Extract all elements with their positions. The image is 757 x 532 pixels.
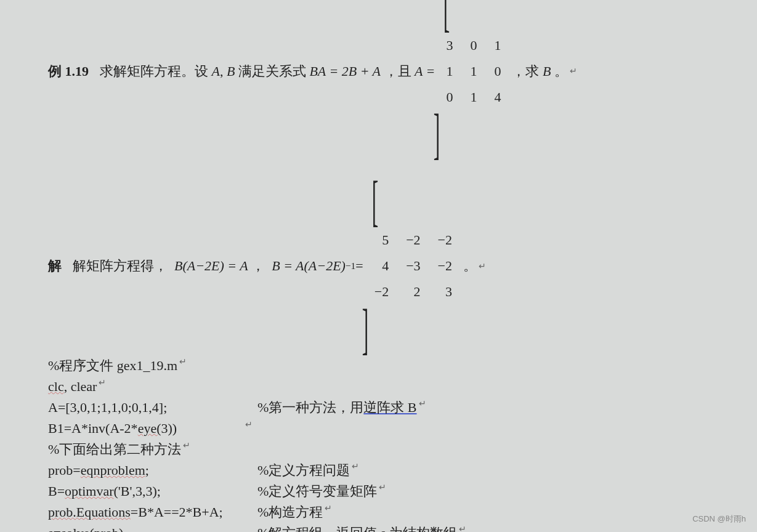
var-B2: B (543, 61, 551, 82)
ex119-find: ，求 (512, 61, 539, 82)
sol-comma: ， (251, 256, 265, 276)
solution-1-19: 解 解矩阵方程得， B(A−2E) = A ， B = A(A−2E)−1 = … (18, 177, 757, 355)
ex119-prompt-1: 求解矩阵方程。设 (100, 61, 208, 82)
watermark: CSDN @时雨h (692, 514, 746, 525)
ex119-period: 。 (554, 61, 568, 82)
code-line-5: %下面给出第二种方法↵ (18, 439, 757, 460)
code-line-6: prob=eqnproblem; %定义方程问题↵ (18, 460, 757, 481)
ex119-and: ，且 (384, 61, 411, 82)
matrix-A: [ 301 110 014 ] (437, 0, 509, 160)
var-B: B (227, 61, 235, 82)
ex119-eqn: BA = 2B + A (309, 61, 381, 82)
matrix-B: [ 5−2−2 4−3−2 −223 ] (366, 177, 461, 355)
sol-label: 解 (48, 256, 62, 276)
sol-eqn1: B(A−2E) = A (174, 256, 248, 276)
code-line-8: prob.Equations=B*A==2*B+A; %构造方程↵ (18, 502, 757, 523)
newline-icon: ↵ (479, 260, 486, 273)
sol-eq: = (355, 256, 363, 276)
sol-inv: −1 (346, 259, 355, 273)
code-line-9: s=solve(prob) %解方程组，返回值 s 为结构数组↵ (18, 523, 757, 532)
code-line-7: B=optimvar('B',3,3); %定义符号变量矩阵↵ (18, 481, 757, 502)
ex119-label: 例 1.19 (48, 61, 89, 82)
sol-eqn2: B = A(A−2E) (272, 256, 346, 276)
code-line-1: %程序文件 gex1_19.m↵ (18, 355, 757, 376)
ex119-prompt-2: 满足关系式 (238, 61, 306, 82)
sol-text1: 解矩阵方程得， (73, 256, 168, 276)
code-line-2: clc, clear↵ (18, 376, 757, 397)
code-line-3: A=[3,0,1;1,1,0;0,1,4]; %第一种方法，用逆阵求 B↵ (18, 397, 757, 418)
code-line-4: B1=A*inv(A-2*eye(3)) ↵ (18, 418, 757, 439)
ex119-A-eq: A = (415, 61, 435, 82)
sol-period: 。 (463, 256, 477, 276)
example-1-19-problem: 例 1.19 求解矩阵方程。设 A, B 满足关系式 BA = 2B + A ，… (18, 0, 757, 160)
newline-icon: ↵ (570, 65, 577, 78)
var-A: A (212, 61, 220, 82)
